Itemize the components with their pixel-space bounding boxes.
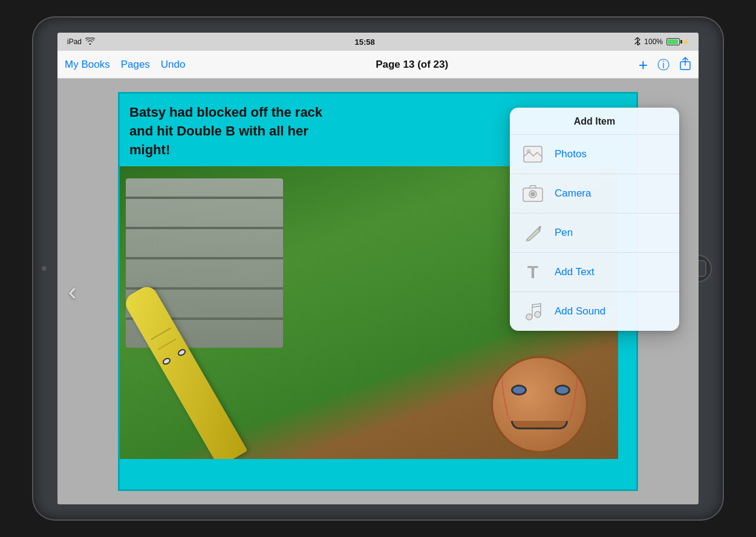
add-text-label: Add Text xyxy=(555,266,595,278)
battery-fill xyxy=(668,39,678,44)
prev-page-button[interactable]: ‹ xyxy=(68,278,76,305)
pen-icon xyxy=(522,222,544,244)
nav-right: + ⓘ xyxy=(639,57,691,73)
add-sound-icon xyxy=(522,301,544,322)
add-text-icon: T xyxy=(522,261,544,283)
time-label: 15:58 xyxy=(355,37,375,47)
add-button[interactable]: + xyxy=(639,57,648,73)
status-bar: iPad 15:58 xyxy=(57,33,699,51)
charging-icon: ⚡ xyxy=(682,39,689,45)
device-name-label: iPad xyxy=(67,37,82,46)
pen-item[interactable]: Pen xyxy=(510,213,679,253)
svg-point-7 xyxy=(535,311,541,317)
page-text: Batsy had blocked off the rack and hit D… xyxy=(129,103,335,159)
add-sound-item[interactable]: Add Sound xyxy=(510,292,679,331)
ipad-device: iPad 15:58 xyxy=(33,18,723,519)
content-area: Batsy had blocked off the rack and hit D… xyxy=(57,79,699,504)
ipad-screen: iPad 15:58 xyxy=(57,33,699,504)
battery-indicator: ⚡ xyxy=(666,38,689,45)
nav-left: My Books Pages Undo xyxy=(65,59,185,71)
battery-percent-label: 100% xyxy=(644,37,663,46)
side-dot xyxy=(42,266,47,271)
my-books-button[interactable]: My Books xyxy=(65,59,110,71)
undo-button[interactable]: Undo xyxy=(161,59,186,71)
wifi-icon xyxy=(85,37,95,47)
battery-icon xyxy=(666,38,680,45)
status-left: iPad xyxy=(67,37,95,47)
pen-label: Pen xyxy=(555,227,573,239)
bluetooth-icon xyxy=(634,37,640,47)
camera-label: Camera xyxy=(555,187,591,200)
pages-button[interactable]: Pages xyxy=(121,59,150,71)
camera-icon xyxy=(522,183,544,204)
page-title: Page 13 (of 23) xyxy=(376,59,448,71)
add-sound-label: Add Sound xyxy=(555,305,605,317)
popover-title: Add Item xyxy=(510,108,679,135)
camera-item[interactable]: Camera xyxy=(510,174,679,213)
add-text-item[interactable]: T Add Text xyxy=(510,253,679,292)
svg-point-5 xyxy=(531,192,535,197)
share-button[interactable] xyxy=(679,57,691,72)
info-button[interactable]: ⓘ xyxy=(657,59,670,71)
photos-label: Photos xyxy=(555,148,587,160)
svg-point-6 xyxy=(526,314,532,320)
status-right: 100% ⚡ xyxy=(634,37,689,47)
photos-item[interactable]: Photos xyxy=(510,135,679,174)
photos-icon xyxy=(522,143,544,165)
nav-bar: My Books Pages Undo Page 13 (of 23) + ⓘ xyxy=(57,51,699,79)
add-item-popover: Add Item Photos xyxy=(510,108,679,331)
